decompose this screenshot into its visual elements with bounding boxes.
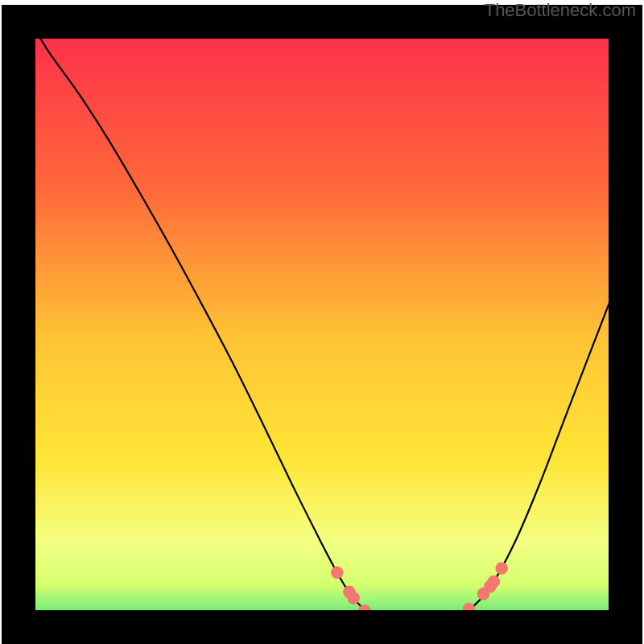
svg-rect-1 [19, 22, 625, 627]
data-point [488, 576, 501, 588]
data-point [347, 592, 360, 605]
data-point [331, 567, 344, 580]
chart-container: TheBottleneck.com [0, 0, 644, 644]
attribution-text: TheBottleneck.com [485, 0, 636, 21]
bottleneck-chart [0, 0, 644, 644]
data-point [495, 562, 508, 575]
